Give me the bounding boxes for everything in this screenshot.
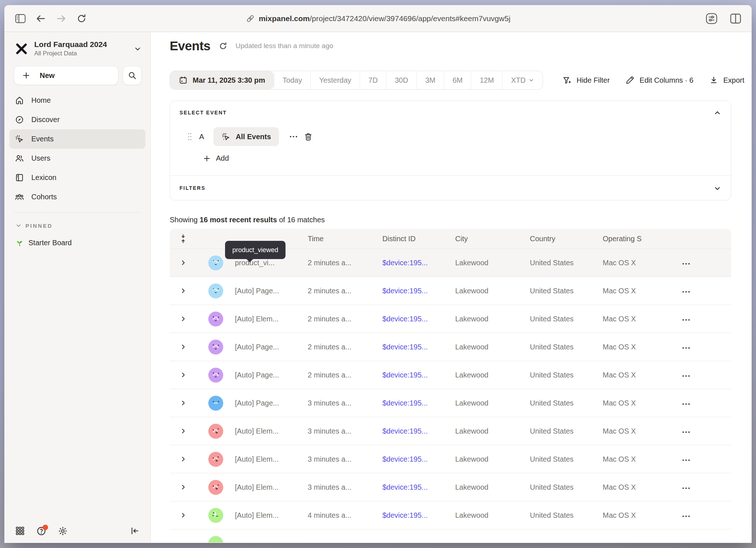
sidebar-item-lexicon[interactable]: Lexicon <box>9 168 145 187</box>
refresh-results-button[interactable] <box>218 42 228 51</box>
expand-row-button[interactable] <box>180 428 186 434</box>
expand-filters-button[interactable] <box>713 184 721 192</box>
expand-row-button[interactable] <box>180 287 186 294</box>
expand-row-button[interactable] <box>180 316 186 322</box>
distinct-id-link[interactable]: $device:195... <box>382 259 428 267</box>
row-actions-button[interactable] <box>679 285 688 297</box>
sidebar-item-cohorts[interactable]: Cohorts <box>9 187 145 207</box>
row-actions-button[interactable] <box>679 257 688 269</box>
time-cell: 2 minutes a... <box>308 343 382 351</box>
browser-forward-button[interactable] <box>54 11 68 26</box>
range-yesterday[interactable]: Yesterday <box>310 71 359 89</box>
row-actions-button[interactable] <box>679 369 688 381</box>
range-3m[interactable]: 3M <box>417 71 444 89</box>
row-actions-button[interactable] <box>679 453 688 466</box>
table-row[interactable]: [Auto] Elem... 3 minutes a... $device:19… <box>170 445 731 473</box>
column-header-time[interactable]: Time <box>308 235 382 243</box>
delete-event-row-button[interactable] <box>304 132 313 141</box>
apps-grid-icon <box>15 526 25 536</box>
row-actions-button[interactable] <box>679 341 688 353</box>
search-button[interactable] <box>123 66 142 85</box>
new-button[interactable]: New <box>14 66 118 85</box>
chevron-down-icon <box>134 45 142 53</box>
expand-row-button[interactable] <box>180 372 186 378</box>
collapse-all-rows-button[interactable] <box>179 234 187 243</box>
column-header-distinct-id[interactable]: Distinct ID <box>382 235 455 243</box>
project-switcher[interactable]: Lord Farquaad 2024 All Project Data <box>4 32 150 61</box>
sidebar-item-starter-board[interactable]: Starter Board <box>4 229 150 247</box>
event-selector-button[interactable]: All Events <box>213 127 279 146</box>
sidebar-item-home[interactable]: Home <box>9 91 145 110</box>
range-today[interactable]: Today <box>274 71 310 89</box>
distinct-id-link[interactable]: $device:195... <box>382 315 428 323</box>
table-row[interactable]: [Auto] Elem... 3 minutes a... $device:19… <box>170 473 731 501</box>
chevron-down-icon <box>15 222 22 229</box>
table-row[interactable]: [Auto] Elem... 4 minutes a... $device:19… <box>170 501 731 529</box>
distinct-id-link[interactable]: $device:195... <box>382 427 428 435</box>
column-header-os[interactable]: Operating S <box>603 235 663 243</box>
address-bar[interactable]: mixpanel.com/project/3472420/view/397469… <box>245 14 510 23</box>
expand-row-button[interactable] <box>180 259 186 266</box>
browser-back-button[interactable] <box>34 11 48 26</box>
event-avatar <box>208 424 223 439</box>
apps-grid-button[interactable] <box>15 526 25 536</box>
distinct-id-link[interactable]: $device:195... <box>382 483 428 491</box>
edit-columns-button[interactable]: Edit Columns · 6 <box>626 76 693 85</box>
calendar-icon <box>179 76 188 85</box>
table-row[interactable]: [Auto] Page... 3 minutes a... $device:19… <box>170 389 731 417</box>
row-actions-button[interactable] <box>679 397 688 410</box>
event-row-more-button[interactable] <box>290 136 291 137</box>
city-cell: Lakewood <box>455 483 530 492</box>
export-button[interactable]: Export <box>709 76 744 85</box>
table-row[interactable]: [Auto] Page... 2 minutes a... $device:19… <box>170 333 731 361</box>
table-row[interactable]: [Auto] Page... 2 minutes a... $device:19… <box>170 361 731 389</box>
page-settings-button[interactable] <box>704 11 719 26</box>
browser-sidebar-toggle-button[interactable] <box>13 11 28 26</box>
range-12m[interactable]: 12M <box>471 71 502 89</box>
column-header-city[interactable]: City <box>455 235 530 243</box>
table-row[interactable]: [Auto] Page... 2 minutes a... $device:19… <box>170 277 731 305</box>
expand-row-button[interactable] <box>180 512 186 518</box>
range-30d[interactable]: 30D <box>386 71 417 89</box>
time-cell: 3 minutes a... <box>308 455 382 463</box>
expand-row-button[interactable] <box>180 400 186 406</box>
range-7d[interactable]: 7D <box>360 71 386 89</box>
range-xtd[interactable]: XTD <box>502 71 543 89</box>
collapse-section-button[interactable] <box>713 109 721 117</box>
sidebar-item-users[interactable]: Users <box>9 149 145 168</box>
settings-button[interactable] <box>58 526 68 536</box>
event-avatar <box>208 508 223 523</box>
pinned-section-toggle[interactable]: PINNED <box>4 213 150 229</box>
help-button[interactable] <box>36 526 46 536</box>
expand-row-button[interactable] <box>180 344 186 350</box>
add-event-button[interactable]: Add <box>203 154 229 163</box>
sidebar-item-events[interactable]: Events <box>9 129 145 149</box>
split-view-button[interactable] <box>728 11 743 26</box>
table-row-partial[interactable] <box>170 529 731 543</box>
distinct-id-link[interactable]: $device:195... <box>382 287 428 295</box>
date-picker-button[interactable]: Mar 11, 2025 3:30 pm <box>170 71 274 89</box>
table-row[interactable]: [Auto] Elem... 2 minutes a... $device:19… <box>170 305 731 333</box>
row-actions-button[interactable] <box>679 481 688 494</box>
distinct-id-link[interactable]: $device:195... <box>382 399 428 407</box>
drag-handle-icon[interactable] <box>187 132 193 141</box>
range-6m[interactable]: 6M <box>444 71 471 89</box>
sidebar-item-discover[interactable]: Discover <box>9 110 145 129</box>
distinct-id-link[interactable]: $device:195... <box>382 371 428 379</box>
row-actions-button[interactable] <box>679 509 688 522</box>
expand-row-button[interactable] <box>180 484 186 490</box>
distinct-id-link[interactable]: $device:195... <box>382 343 428 351</box>
results-summary: Showing 16 most recent results of 16 mat… <box>170 216 325 224</box>
browser-refresh-button[interactable] <box>74 11 89 26</box>
table-row[interactable]: [Auto] Elem... 3 minutes a... $device:19… <box>170 417 731 445</box>
row-actions-button[interactable] <box>679 425 688 438</box>
sidebar-nav: Home Discover Events Users Lexicon <box>4 88 150 207</box>
distinct-id-link[interactable]: $device:195... <box>382 455 428 463</box>
back-arrow-icon <box>35 14 46 23</box>
row-actions-button[interactable] <box>679 313 688 325</box>
column-header-country[interactable]: Country <box>530 235 603 243</box>
hide-filter-button[interactable]: Hide Filter <box>562 76 610 85</box>
distinct-id-link[interactable]: $device:195... <box>382 511 428 519</box>
collapse-sidebar-button[interactable] <box>130 526 139 536</box>
expand-row-button[interactable] <box>180 456 186 462</box>
